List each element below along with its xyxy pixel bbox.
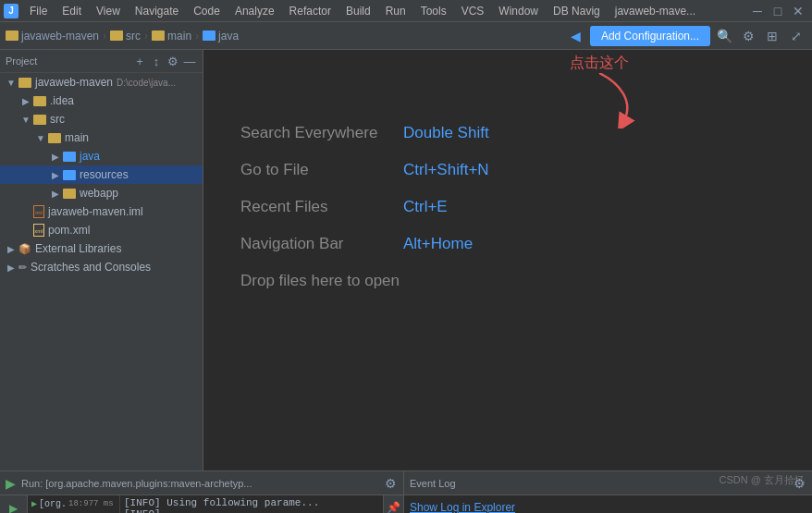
run-play-button[interactable]: ▶	[5, 499, 23, 513]
menu-db[interactable]: DB Navig	[546, 3, 608, 19]
project-sidebar: Project + ↕ ⚙ — ▼ javaweb-maven D:\code\…	[0, 50, 203, 470]
tree-expand-arrow: ▼	[18, 112, 33, 127]
hint-shortcut: Ctrl+Shift+N	[403, 161, 489, 179]
tree-item-webapp[interactable]: ▶ webapp	[0, 184, 203, 202]
maximize-button[interactable]: □	[768, 1, 788, 21]
folder-icon	[33, 115, 46, 125]
tree-item-resources[interactable]: ▶ resources	[0, 165, 203, 184]
tree-expand-arrow: ▶	[18, 93, 33, 108]
hint-search-everywhere: Search Everywhere Double Shift	[240, 124, 775, 142]
hint-go-to-file: Go to File Ctrl+Shift+N	[240, 161, 775, 179]
hint-label: Drop files here to open	[240, 272, 400, 290]
run-panel-header: ▶ Run: [org.apache.maven.plugins:maven-a…	[0, 471, 403, 495]
settings-icon[interactable]: ⚙	[738, 26, 758, 46]
layout-icon[interactable]: ⊞	[762, 26, 782, 46]
tree-label: main	[65, 131, 89, 144]
tree-label: javaweb-maven	[35, 76, 113, 89]
menu-analyze[interactable]: Analyze	[228, 3, 282, 19]
tree-expand-arrow: ▶	[4, 260, 18, 275]
tree-expand-arrow: ▶	[48, 149, 63, 164]
menu-tools[interactable]: Tools	[413, 3, 454, 19]
tree-label: pom.xml	[48, 224, 90, 237]
tree-item-pom[interactable]: ▶ xml pom.xml	[0, 221, 203, 239]
tree-label: .idea	[50, 94, 74, 107]
tree-item-scratches[interactable]: ▶ ✏ Scratches and Consoles	[0, 258, 203, 276]
menu-project[interactable]: javaweb-mave...	[608, 3, 703, 19]
tree-item-external-libs[interactable]: ▶ 📦 External Libraries	[0, 239, 203, 258]
run-panel-title: Run: [org.apache.maven.plugins:maven-arc…	[21, 478, 377, 489]
annotation-text: 点击这个	[570, 54, 629, 73]
menu-code[interactable]: Code	[186, 3, 228, 19]
tree-item-main[interactable]: ▼ main	[0, 128, 203, 147]
gear-icon[interactable]: ⚙	[166, 54, 180, 68]
log-line: [INFO] ----------------------------	[124, 508, 379, 513]
run-right-icons: 📌 ≡ ⚙ ↓ 🗑	[383, 495, 403, 513]
folder-icon	[152, 31, 165, 41]
scratches-icon: ✏	[18, 262, 27, 274]
annotation-arrow-svg	[562, 73, 636, 128]
menu-build[interactable]: Build	[338, 3, 378, 19]
folder-icon	[33, 96, 46, 106]
search-everywhere-icon[interactable]: 🔍	[714, 26, 734, 46]
close-button[interactable]: ✕	[788, 1, 808, 21]
run-panel-content: ▶ ■ ▶ [org. 18:977 ms △ or t... 15:445 m…	[0, 495, 403, 513]
log-tree-item: ▶ [org. 18:977 ms	[31, 497, 116, 510]
tree-expand-arrow: ▼	[4, 75, 18, 90]
show-log-in-explorer-link[interactable]: Show Log in Explorer	[410, 501, 515, 513]
menu-navigate[interactable]: Navigate	[128, 3, 186, 19]
tree-item-idea[interactable]: ▶ .idea	[0, 92, 203, 110]
show-log-link-container: Show Log in Explorer	[410, 499, 806, 513]
hint-shortcut: Alt+Home	[403, 235, 473, 253]
expand-icon[interactable]: ⤢	[786, 26, 806, 46]
editor-area: 点击这个 Search Everywhere Double Shift Go t…	[203, 50, 812, 470]
tree-item-iml[interactable]: ▶ iml javaweb-maven.iml	[0, 202, 203, 221]
menu-edit[interactable]: Edit	[55, 3, 89, 19]
run-log-output: [INFO] Using following parame... [INFO] …	[120, 495, 383, 513]
event-log-content: Show Log in Explorer 19:14 Windows Defen…	[404, 495, 812, 513]
minimize-button[interactable]: ─	[747, 1, 768, 21]
watermark: CSDN @ 玄月拾忆	[720, 473, 805, 487]
main-layout: Project + ↕ ⚙ — ▼ javaweb-maven D:\code\…	[0, 50, 812, 470]
add-configuration-button[interactable]: Add Configuration...	[590, 26, 710, 46]
add-icon[interactable]: +	[132, 54, 147, 68]
pin-icon[interactable]: 📌	[386, 499, 402, 513]
menu-refactor[interactable]: Refactor	[282, 3, 338, 19]
tree-item-root[interactable]: ▼ javaweb-maven D:\code\java...	[0, 73, 203, 92]
folder-icon	[6, 31, 18, 41]
run-panel: ▶ Run: [org.apache.maven.plugins:maven-a…	[0, 471, 404, 513]
run-settings-icon[interactable]: ⚙	[383, 476, 398, 491]
hint-label: Navigation Bar	[240, 235, 388, 253]
breadcrumb-root: javaweb-maven	[6, 30, 99, 43]
tree-expand-arrow: ▶	[48, 167, 63, 182]
folder-icon	[48, 133, 61, 143]
sync-icon[interactable]: ↕	[149, 54, 164, 68]
toolbar: javaweb-maven › src › main › java ◀ Add …	[0, 22, 812, 50]
tree-item-src[interactable]: ▼ src	[0, 110, 203, 128]
breadcrumb-java: java	[203, 30, 239, 43]
sidebar-header: Project + ↕ ⚙ —	[0, 50, 203, 73]
folder-icon	[110, 31, 123, 41]
tree-expand-arrow: ▼	[33, 130, 48, 145]
run-icon[interactable]: ▶	[6, 476, 16, 491]
menu-run[interactable]: Run	[378, 3, 413, 19]
annotation-container: 点击这个	[562, 54, 636, 128]
back-icon[interactable]: ◀	[566, 26, 586, 46]
tree-expand-arrow: ▶	[4, 241, 18, 256]
menu-vcs[interactable]: VCS	[454, 3, 492, 19]
menu-window[interactable]: Window	[491, 3, 546, 19]
hint-label: Search Everywhere	[240, 124, 388, 142]
file-icon: xml	[33, 224, 44, 237]
folder-icon	[18, 78, 31, 88]
menu-file[interactable]: File	[22, 3, 55, 19]
sidebar-header-icons: + ↕ ⚙ —	[132, 54, 197, 68]
tree-label: webapp	[80, 187, 118, 200]
hint-label: Go to File	[240, 161, 388, 179]
tree-expand-arrow: ▶	[48, 186, 63, 201]
tree-label: src	[50, 113, 65, 126]
bottom-panel: ▶ Run: [org.apache.maven.plugins:maven-a…	[0, 470, 812, 513]
run-sidebar: ▶ ■	[0, 495, 28, 513]
run-log-tree: ▶ [org. 18:977 ms △ or t... 15:445 ms △ …	[28, 495, 120, 513]
menu-view[interactable]: View	[89, 3, 128, 19]
close-icon[interactable]: —	[182, 54, 197, 68]
tree-item-java[interactable]: ▶ java	[0, 147, 203, 165]
